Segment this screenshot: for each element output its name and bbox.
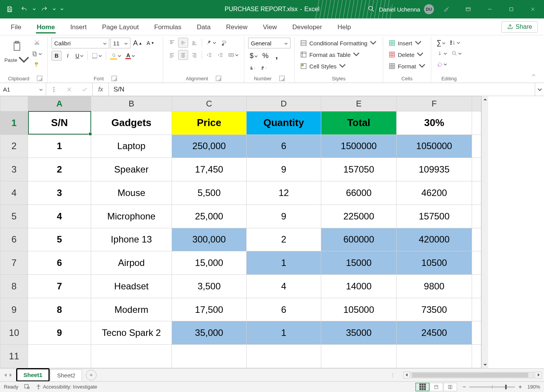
align-bottom-button[interactable] [189, 38, 199, 48]
cell-F9[interactable]: 73500 [397, 298, 472, 321]
alignment-dialog-launcher[interactable] [216, 76, 221, 81]
cell-D7[interactable]: 1 [247, 251, 321, 275]
clear-button[interactable] [435, 59, 449, 69]
cell-F7[interactable]: 10500 [397, 251, 472, 275]
formula-input[interactable]: S/N [109, 83, 535, 96]
cell-B11[interactable] [91, 345, 172, 368]
cell-A8[interactable]: 7 [28, 275, 91, 298]
cell-E3[interactable]: 157050 [321, 158, 397, 181]
decrease-font-button[interactable]: A▼ [145, 38, 156, 48]
new-sheet-button[interactable]: ＋ [86, 370, 97, 380]
cell-E7[interactable]: 15000 [321, 251, 397, 275]
save-button[interactable] [3, 3, 16, 16]
maximize-button[interactable] [502, 3, 520, 16]
cell-B2[interactable]: Laptop [91, 135, 172, 158]
tab-home[interactable]: Home [29, 20, 62, 35]
row-header-6[interactable]: 6 [0, 228, 28, 251]
cell-D1[interactable]: Quantity [247, 111, 321, 135]
cell-B1[interactable]: Gadgets [91, 111, 172, 135]
font-color-button[interactable]: A [124, 51, 137, 61]
cell-E8[interactable]: 14000 [321, 275, 397, 298]
cell-blank-4[interactable] [472, 181, 481, 205]
cell-C10[interactable]: 35,000 [172, 321, 247, 345]
cell-C2[interactable]: 250,000 [172, 135, 247, 158]
col-header-F[interactable]: F [397, 96, 472, 111]
fx-label[interactable]: fx [93, 83, 109, 96]
cell-F2[interactable]: 1050000 [397, 135, 472, 158]
conditional-formatting-button[interactable]: Conditional Formatting [299, 38, 378, 48]
increase-decimal-button[interactable]: .0.00 [248, 63, 258, 73]
col-header-blank[interactable] [472, 96, 481, 111]
font-dialog-launcher[interactable] [112, 76, 117, 81]
cell-D2[interactable]: 6 [247, 135, 321, 158]
font-name-combo[interactable]: Calibri [52, 38, 109, 48]
ribbon-display-icon[interactable] [459, 3, 477, 16]
autosum-button[interactable]: ∑ [435, 38, 447, 48]
cell-blank-7[interactable] [472, 251, 481, 275]
clipboard-dialog-launcher[interactable] [37, 76, 42, 81]
close-button[interactable] [524, 3, 542, 16]
scroll-left-icon[interactable] [403, 372, 410, 379]
page-break-view-button[interactable] [443, 383, 457, 391]
cell-blank-10[interactable] [472, 321, 481, 345]
col-header-B[interactable]: B [91, 96, 172, 111]
collapse-ribbon-button[interactable] [529, 70, 539, 80]
font-size-combo[interactable]: 11 [110, 38, 130, 48]
cell-D9[interactable]: 6 [247, 298, 321, 321]
orientation-button[interactable]: ab [204, 38, 218, 48]
find-select-button[interactable] [450, 48, 463, 58]
currency-button[interactable]: $ [248, 51, 259, 61]
cell-A10[interactable]: 9 [28, 321, 91, 345]
zoom-slider[interactable]: − + [462, 384, 522, 390]
undo-button[interactable] [18, 3, 31, 16]
cell-blank-8[interactable] [472, 275, 481, 298]
row-header-8[interactable]: 8 [0, 275, 28, 298]
sheet-tab-2[interactable]: Sheet2 [50, 369, 82, 381]
zoom-in-button[interactable]: + [518, 384, 522, 390]
insert-cells-button[interactable]: Insert [387, 38, 423, 48]
cell-F3[interactable]: 109935 [397, 158, 472, 181]
cell-C6[interactable]: 300,000 [172, 228, 247, 251]
paste-button[interactable]: Paste [7, 38, 27, 66]
cell-blank-9[interactable] [472, 298, 481, 321]
cell-A2[interactable]: 1 [28, 135, 91, 158]
cell-E9[interactable]: 105000 [321, 298, 397, 321]
share-button[interactable]: Share [501, 21, 538, 33]
cell-blank-1[interactable] [472, 111, 481, 135]
copy-button[interactable] [30, 49, 43, 59]
cell-C5[interactable]: 25,000 [172, 204, 247, 228]
cell-E10[interactable]: 35000 [321, 321, 397, 345]
underline-button[interactable]: U [74, 51, 85, 61]
page-layout-view-button[interactable] [429, 383, 443, 391]
row-header-4[interactable]: 4 [0, 181, 28, 205]
format-cells-button[interactable]: Format [387, 61, 427, 71]
format-painter-button[interactable] [30, 60, 43, 70]
cell-A4[interactable]: 3 [28, 181, 91, 205]
cell-B4[interactable]: Mouse [91, 181, 172, 205]
cell-E1[interactable]: Total [321, 111, 397, 135]
increase-font-button[interactable]: A▲ [132, 38, 144, 48]
zoom-out-button[interactable]: − [462, 384, 466, 390]
merge-center-button[interactable] [227, 50, 240, 60]
zoom-thumb[interactable] [505, 385, 507, 389]
number-dialog-launcher[interactable] [279, 76, 285, 81]
cell-C7[interactable]: 15,000 [172, 251, 247, 275]
qat-customize[interactable] [60, 8, 64, 11]
delete-cells-button[interactable]: Delete [387, 49, 425, 60]
row-header-1[interactable]: 1 [0, 111, 28, 135]
row-header-3[interactable]: 3 [0, 158, 28, 181]
normal-view-button[interactable] [416, 383, 429, 391]
cell-D11[interactable] [247, 345, 321, 368]
tab-formulas[interactable]: Formulas [147, 20, 189, 35]
tab-review[interactable]: Review [218, 20, 255, 35]
undo-dropdown[interactable] [32, 8, 36, 11]
zoom-level[interactable]: 190% [527, 384, 540, 390]
cell-B5[interactable]: Microphone [91, 204, 172, 228]
cell-F4[interactable]: 46200 [397, 181, 472, 205]
cut-button[interactable] [30, 38, 43, 48]
cell-B8[interactable]: Headset [91, 275, 172, 298]
col-header-E[interactable]: E [321, 96, 397, 111]
cell-B10[interactable]: Tecno Spark 2 [91, 321, 172, 345]
align-middle-button[interactable] [178, 38, 188, 48]
hscroll-thumb[interactable] [412, 373, 528, 377]
